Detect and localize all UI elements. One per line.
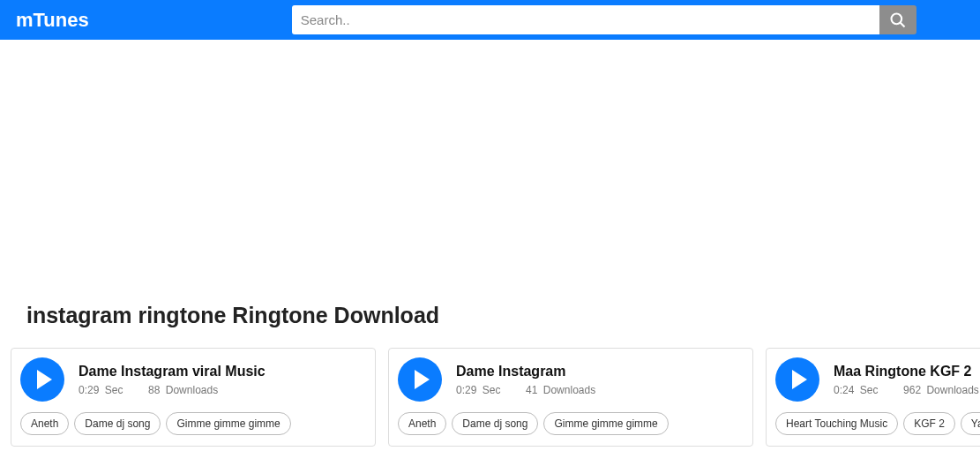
ringtone-title[interactable]: Dame Instagram viral Music xyxy=(79,364,266,380)
tag[interactable]: Dame dj song xyxy=(74,412,161,435)
ringtone-meta: 0:29 Sec 88 Downloads xyxy=(79,384,266,396)
duration-value: 0:29 xyxy=(79,384,99,396)
ringtone-meta: 0:24 Sec 962 Downloads xyxy=(834,384,980,396)
tag[interactable]: Yash xyxy=(961,412,980,435)
duration-unit: Sec xyxy=(483,384,501,396)
tag[interactable]: Aneth xyxy=(398,412,446,435)
card-info: Dame Instagram viral Music 0:29 Sec 88 D… xyxy=(79,364,266,396)
tag-list: Heart Touching Music KGF 2 Yash xyxy=(775,412,980,435)
play-button[interactable] xyxy=(20,357,64,402)
downloads-label: Downloads xyxy=(543,384,595,396)
duration-value: 0:24 xyxy=(834,384,854,396)
downloads-value: 41 xyxy=(526,384,537,396)
logo[interactable]: mTunes xyxy=(16,9,89,32)
tag[interactable]: Aneth xyxy=(20,412,69,435)
downloads-value: 88 xyxy=(148,384,160,396)
duration-unit: Sec xyxy=(105,384,123,396)
tag-list: Aneth Dame dj song Gimme gimme gimme xyxy=(398,412,744,435)
ringtone-list: Dame Instagram viral Music 0:29 Sec 88 D… xyxy=(0,348,980,447)
card-info: Maa Ringtone KGF 2 0:24 Sec 962 Download… xyxy=(834,364,980,396)
ad-spacer xyxy=(0,40,980,303)
ringtone-title[interactable]: Maa Ringtone KGF 2 xyxy=(834,364,980,380)
tag[interactable]: Gimme gimme gimme xyxy=(166,412,290,435)
ringtone-card: Dame Instagram viral Music 0:29 Sec 88 D… xyxy=(11,348,376,447)
ringtone-card: Maa Ringtone KGF 2 0:24 Sec 962 Download… xyxy=(766,348,980,447)
tag[interactable]: Dame dj song xyxy=(452,412,538,435)
search-input[interactable] xyxy=(292,5,879,34)
card-info: Dame Instagram 0:29 Sec 41 Downloads xyxy=(456,364,598,396)
svg-line-1 xyxy=(900,22,904,26)
search-icon xyxy=(889,11,907,29)
play-button[interactable] xyxy=(398,357,442,402)
ringtone-meta: 0:29 Sec 41 Downloads xyxy=(456,384,598,396)
tag[interactable]: KGF 2 xyxy=(903,412,955,435)
play-icon xyxy=(415,370,430,389)
downloads-value: 962 xyxy=(903,384,921,396)
header: mTunes xyxy=(0,0,980,40)
tag[interactable]: Heart Touching Music xyxy=(775,412,898,435)
play-icon xyxy=(792,370,807,389)
downloads-label: Downloads xyxy=(166,384,218,396)
play-icon xyxy=(37,370,52,389)
search-button[interactable] xyxy=(879,5,916,34)
page-title: instagram ringtone Ringtone Download xyxy=(0,303,980,348)
tag-list: Aneth Dame dj song Gimme gimme gimme xyxy=(20,412,366,435)
card-top: Maa Ringtone KGF 2 0:24 Sec 962 Download… xyxy=(775,357,980,402)
card-top: Dame Instagram viral Music 0:29 Sec 88 D… xyxy=(20,357,366,402)
tag[interactable]: Gimme gimme gimme xyxy=(543,412,668,435)
ringtone-title[interactable]: Dame Instagram xyxy=(456,364,598,380)
card-top: Dame Instagram 0:29 Sec 41 Downloads xyxy=(398,357,744,402)
duration-value: 0:29 xyxy=(456,384,476,396)
ringtone-card: Dame Instagram 0:29 Sec 41 Downloads Ane… xyxy=(388,348,753,447)
downloads-label: Downloads xyxy=(926,384,978,396)
duration-unit: Sec xyxy=(860,384,879,396)
play-button[interactable] xyxy=(775,357,819,402)
svg-point-0 xyxy=(891,13,901,24)
search-wrap xyxy=(292,5,916,34)
